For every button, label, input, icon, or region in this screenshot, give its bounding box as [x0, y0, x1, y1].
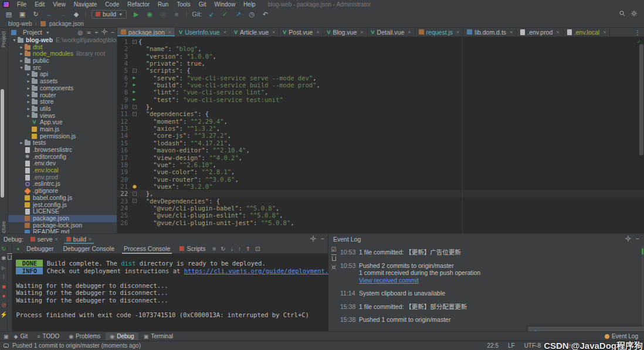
editor-tab-detail.vue[interactable]: VDetail.vue×	[368, 28, 415, 36]
menu-file[interactable]: File	[13, 1, 30, 8]
debug-settings-icon[interactable]	[310, 236, 316, 243]
editor-scrollbar[interactable]	[639, 44, 643, 155]
code-line-25[interactable]: 25 "@vue/cli-plugin-eslint": "^5.0.8",	[117, 212, 644, 219]
code-line-17[interactable]: 17 "view-design": "^4.0.2",	[117, 154, 644, 161]
menu-help[interactable]: Help	[239, 1, 260, 8]
editor-tab-userinfo.vue[interactable]: VUserInfo.vue×	[175, 28, 231, 36]
close-tab-icon[interactable]: ×	[55, 236, 58, 242]
profile-icon[interactable]: ◆	[72, 11, 80, 18]
menu-run[interactable]: Run	[154, 1, 172, 8]
code-line-12[interactable]: 12 "moment": "^2.29.4",	[117, 118, 644, 125]
status-message[interactable]: Pushed 1 commit to origin/master (moment…	[0, 342, 141, 349]
code-line-11[interactable]: 11- "dependencies": {	[117, 110, 644, 117]
menu-navigate[interactable]: Navigate	[70, 1, 101, 8]
editor-tab-lib.dom.d.ts[interactable]: lib.dom.d.ts×	[463, 28, 517, 36]
code-line-15[interactable]: 15 "lodash": "^4.17.21",	[117, 140, 644, 147]
mark-read-icon[interactable]: ☑	[331, 246, 337, 253]
git-push-icon[interactable]: ↗	[234, 11, 242, 18]
tree-item-components[interactable]: ▸components	[8, 85, 117, 92]
settings-wrench-icon[interactable]: ✱	[1, 255, 6, 261]
fold-icon[interactable]: -	[133, 192, 137, 196]
menu-git[interactable]: Git	[195, 1, 211, 8]
tab-list-more-icon[interactable]: ⋮	[631, 28, 644, 36]
run-script-icon[interactable]: ▶	[133, 81, 136, 89]
code-line-8[interactable]: 8▶ "lint": "vue-cli-service lint",	[117, 89, 644, 96]
console-action-icon[interactable]: ≡	[211, 246, 218, 252]
tree-item-src[interactable]: ▾src	[8, 64, 117, 72]
code-line-3[interactable]: 3 "version": "1.0.0",	[117, 53, 644, 60]
tree-item-.eslintrc.js[interactable]: .eslintrc.js	[8, 181, 117, 188]
settings-gear-icon[interactable]	[631, 11, 637, 18]
tool-window-button-problems[interactable]: ◉Problems	[65, 332, 104, 340]
evaluate-icon[interactable]: ⚡	[0, 311, 7, 318]
fold-icon[interactable]: -	[133, 69, 137, 73]
chevron-right-icon[interactable]: ▸	[19, 140, 24, 147]
tree-item-readme.md[interactable]: README.md	[8, 229, 117, 233]
chevron-right-icon[interactable]: ▸	[26, 92, 31, 99]
debug-view-tab-scripts[interactable]: Scripts	[175, 244, 209, 254]
fold-icon[interactable]: -	[133, 112, 137, 116]
breadcrumb-project[interactable]: blog-web	[8, 21, 32, 27]
fold-gutter-icon[interactable]: -	[130, 103, 138, 110]
tool-window-switcher-icon[interactable]: ▣	[2, 334, 9, 339]
clear-console-icon[interactable]	[8, 255, 12, 260]
run-gutter-icon[interactable]: ▶	[130, 74, 138, 81]
close-tab-icon[interactable]: ×	[89, 236, 91, 242]
code-line-24[interactable]: 24 "@vue/cli-plugin-babel": "^5.0.8",	[117, 205, 644, 212]
rollback-icon[interactable]: ↶	[261, 11, 269, 18]
locate-file-icon[interactable]: ◎	[78, 29, 83, 36]
close-tab-icon[interactable]: ×	[316, 29, 319, 35]
close-tab-icon[interactable]: ×	[556, 29, 559, 35]
editor-tab-package.json[interactable]: package.json×	[117, 28, 175, 36]
tree-item-public[interactable]: ▸public	[8, 57, 117, 64]
search-everywhere-icon[interactable]	[619, 11, 625, 18]
log-settings-icon[interactable]	[331, 264, 337, 271]
console-action-icon[interactable]: ↓	[229, 246, 235, 252]
tree-item-.env.prod[interactable]: .env.prod	[8, 174, 117, 181]
editor-tab-.env.prod[interactable]: .env.prod×	[517, 28, 563, 36]
chevron-right-icon[interactable]: ▸	[26, 78, 31, 85]
resume-icon[interactable]: ▶	[1, 264, 6, 271]
save-all-icon[interactable]: ▣	[18, 11, 26, 18]
menu-view[interactable]: View	[49, 1, 70, 8]
menu-edit[interactable]: Edit	[30, 1, 49, 8]
menu-refactor[interactable]: Refactor	[123, 1, 154, 8]
history-icon[interactable]: ◷	[248, 11, 256, 18]
tree-item-store[interactable]: ▸store	[8, 98, 117, 106]
tool-window-button-todo[interactable]: ≡TODO	[33, 332, 63, 340]
clear-log-icon[interactable]	[332, 256, 336, 261]
debug-view-tab-debugger[interactable]: Debugger	[22, 244, 57, 254]
fold-gutter-icon[interactable]: -	[130, 38, 138, 45]
stop-icon[interactable]: ■	[172, 11, 181, 18]
stripe-project-button[interactable]: Project	[1, 31, 6, 47]
git-commit-icon[interactable]: ✓	[221, 11, 229, 18]
caret-position[interactable]: 22:5	[487, 342, 498, 349]
fold-gutter-icon[interactable]: -	[130, 67, 138, 74]
tool-window-button-terminal[interactable]: ▣Terminal	[140, 332, 177, 340]
chevron-right-icon[interactable]: ▸	[26, 71, 31, 78]
code-line-6[interactable]: 6▶ "serve": "vue-cli-service serve --mod…	[117, 74, 644, 81]
code-line-1[interactable]: 1-{	[117, 38, 644, 45]
debug-view-tab-debugger-console[interactable]: Debugger Console	[59, 244, 118, 254]
mute-breakpoints-icon[interactable]: ⊘	[1, 302, 6, 308]
process-console[interactable]: DONE Build complete. The dist directory …	[12, 254, 343, 332]
code-line-13[interactable]: 13 "axios": "^1.3.2",	[117, 125, 644, 132]
console-action-icon[interactable]: ⇑	[244, 246, 252, 252]
tree-item-router[interactable]: ▸router	[8, 92, 117, 99]
debug-view-tab-process-console[interactable]: Process Console	[120, 244, 174, 254]
code-editor[interactable]: ✓ 1-{2 "name": "blog",3 "version": "1.0.…	[117, 37, 644, 233]
fold-gutter-icon[interactable]: -	[130, 190, 138, 197]
tree-item-api[interactable]: ▸api	[8, 71, 117, 78]
tree-item-permission.js[interactable]: permission.js	[8, 133, 117, 140]
code-line-20[interactable]: 20 "vue-router": "^3.0.6",	[117, 176, 644, 183]
git-update-icon[interactable]: ↙	[207, 11, 215, 18]
editor-tab-post.vue[interactable]: VPost.vue×	[279, 28, 323, 36]
fold-icon[interactable]: -	[133, 199, 137, 203]
stop-icon[interactable]: ■	[2, 283, 5, 290]
rerun-icon[interactable]: ↻	[1, 246, 6, 252]
debug-icon[interactable]: ◉	[145, 11, 154, 18]
code-line-4[interactable]: 4 "private": true,	[117, 60, 644, 67]
console-action-icon[interactable]: ↑	[236, 246, 243, 252]
tree-item-.browserslistrc[interactable]: .browserslistrc	[8, 147, 117, 154]
fold-icon[interactable]: -	[133, 105, 137, 109]
